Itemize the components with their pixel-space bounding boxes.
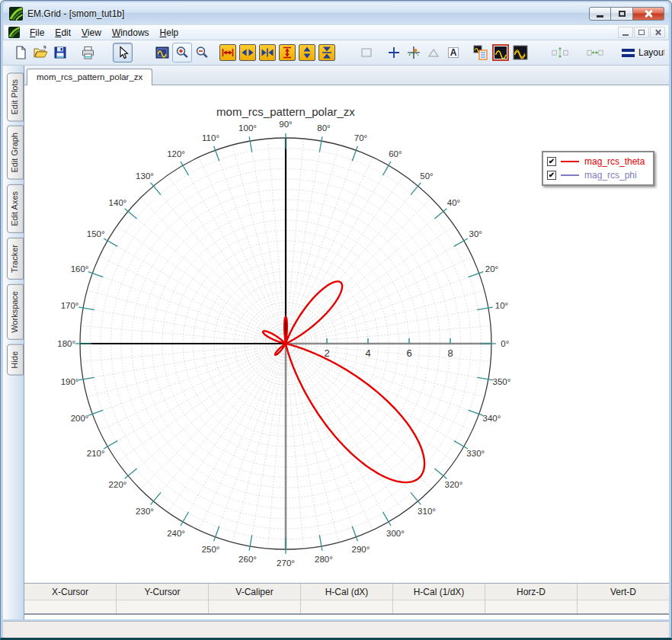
stretch-horizontal-button[interactable]	[239, 44, 256, 61]
save-icon	[53, 45, 68, 60]
svg-text:300°: 300°	[386, 529, 405, 538]
svg-text:0°: 0°	[501, 339, 509, 348]
cursor-col-hcal-dx: H-Cal (dX)	[301, 584, 393, 600]
cursor-value-cell	[393, 600, 485, 613]
pointer-tool-button[interactable]	[113, 43, 133, 62]
show-all-curves-button[interactable]	[510, 43, 530, 62]
svg-text:2: 2	[324, 347, 329, 359]
show-curve-button[interactable]	[491, 43, 510, 62]
align-vertical-icon	[551, 45, 569, 60]
child-restore-button[interactable]	[634, 27, 649, 38]
zoom-out-icon	[194, 45, 210, 60]
svg-text:240°: 240°	[167, 529, 185, 538]
text-annotation-button[interactable]: A	[443, 43, 463, 62]
h-shrink-blue-icon	[260, 45, 275, 60]
close-button[interactable]	[633, 7, 664, 21]
window-controls	[589, 7, 664, 21]
maximize-button[interactable]	[611, 7, 633, 21]
shrink-vertical-button[interactable]	[318, 44, 335, 61]
sidebar-tab-edit-axes[interactable]: Edit Axes	[7, 184, 24, 233]
align-vertical-button[interactable]	[550, 43, 570, 62]
svg-text:6: 6	[406, 347, 411, 359]
document-tab[interactable]: mom_rcs_pattern_polar_zx	[27, 69, 152, 85]
menu-windows[interactable]: Windows	[107, 26, 155, 40]
legend-line	[561, 174, 579, 176]
print-button[interactable]	[78, 43, 98, 62]
toolbar: A Layout	[3, 40, 669, 66]
svg-text:150°: 150°	[87, 229, 105, 238]
cursor-col-x-cursor: X-Cursor	[24, 584, 117, 600]
svg-text:190°: 190°	[61, 377, 79, 386]
child-close-icon	[654, 29, 661, 36]
sidebar-tab-edit-plots[interactable]: Edit Plots	[7, 72, 24, 121]
expand-vertical-button[interactable]	[279, 44, 296, 61]
legend: ✔ mag_rcs_theta ✔ mag_rcs_phi	[542, 151, 654, 186]
h-expand-red-icon	[220, 45, 235, 60]
cursor-value-cell	[485, 600, 578, 613]
layout-button[interactable]: Layout	[622, 47, 664, 58]
shrink-horizontal-button[interactable]	[259, 44, 276, 61]
cursor-col-y-cursor: Y-Cursor	[117, 584, 209, 600]
v-expand-red-icon	[280, 45, 295, 60]
caliper-triangle-icon	[426, 45, 441, 60]
tracker-button[interactable]	[404, 43, 424, 62]
child-minimize-button[interactable]	[618, 27, 633, 38]
new-file-button[interactable]	[11, 43, 30, 62]
svg-text:110°: 110°	[202, 133, 219, 142]
legend-checkbox-phi[interactable]: ✔	[547, 171, 556, 180]
tracker-icon	[406, 45, 421, 60]
open-file-button[interactable]	[30, 43, 50, 62]
caliper-button[interactable]	[424, 43, 443, 62]
legend-checkbox-theta[interactable]: ✔	[547, 157, 556, 166]
expand-horizontal-button[interactable]	[219, 44, 236, 61]
save-button[interactable]	[50, 43, 70, 62]
svg-text:200°: 200°	[71, 414, 89, 423]
plot-properties-button[interactable]	[471, 43, 491, 62]
svg-text:8: 8	[447, 347, 453, 359]
svg-text:230°: 230°	[136, 507, 154, 516]
side-tab-strip: Edit Plots Edit Graph Edit Axes Tracker …	[3, 66, 24, 619]
single-curve-icon	[492, 44, 509, 61]
layout-icon	[622, 49, 635, 57]
svg-text:4: 4	[365, 347, 370, 359]
menu-view[interactable]: View	[76, 26, 107, 40]
cursor-value-cell	[117, 600, 209, 613]
svg-text:70°: 70°	[354, 133, 367, 142]
svg-text:270°: 270°	[277, 558, 295, 568]
new-file-icon	[13, 45, 28, 60]
svg-text:140°: 140°	[109, 198, 127, 207]
svg-text:340°: 340°	[483, 414, 501, 423]
svg-text:250°: 250°	[202, 545, 220, 554]
svg-text:90°: 90°	[279, 120, 292, 129]
cursor-bar: X-Cursor Y-Cursor V-Caliper H-Cal (dX) H…	[24, 583, 669, 615]
legend-row: ✔ mag_rcs_theta	[547, 155, 648, 168]
v-shrink-blue-icon	[319, 45, 334, 60]
svg-text:330°: 330°	[466, 449, 485, 458]
main-area: Edit Plots Edit Graph Edit Axes Tracker …	[3, 66, 669, 619]
plot-properties-icon	[472, 44, 489, 61]
minimize-button[interactable]	[589, 7, 611, 21]
stretch-vertical-button[interactable]	[299, 44, 315, 61]
align-horizontal-button[interactable]	[585, 43, 605, 62]
svg-text:10°: 10°	[495, 301, 508, 310]
region-select-button[interactable]	[357, 43, 376, 62]
zoom-out-button[interactable]	[192, 43, 212, 62]
child-close-button[interactable]	[650, 27, 665, 38]
sidebar-tab-tracker[interactable]: Tracker	[7, 238, 24, 280]
plot-panel: mom_rcs_pattern_polar_zx 24680°10°20°30°…	[24, 85, 669, 583]
svg-text:20°: 20°	[485, 264, 498, 274]
cursor-value-cell	[301, 600, 393, 613]
legend-label: mag_rcs_phi	[584, 170, 637, 181]
sidebar-tab-workspace[interactable]: Workspace	[7, 284, 24, 340]
sidebar-tab-hide[interactable]: Hide	[7, 344, 24, 376]
cursor-header-row: X-Cursor Y-Cursor V-Caliper H-Cal (dX) H…	[24, 584, 669, 600]
sidebar-tab-edit-graph[interactable]: Edit Graph	[7, 126, 24, 180]
zoom-in-button[interactable]	[172, 43, 192, 62]
menu-file[interactable]: File	[24, 26, 50, 40]
layout-label: Layout	[638, 47, 664, 58]
menu-edit[interactable]: Edit	[50, 26, 76, 40]
crosshair-button[interactable]	[384, 43, 404, 62]
fit-to-window-button[interactable]	[152, 43, 172, 62]
svg-text:280°: 280°	[315, 555, 333, 564]
menu-help[interactable]: Help	[155, 26, 184, 40]
